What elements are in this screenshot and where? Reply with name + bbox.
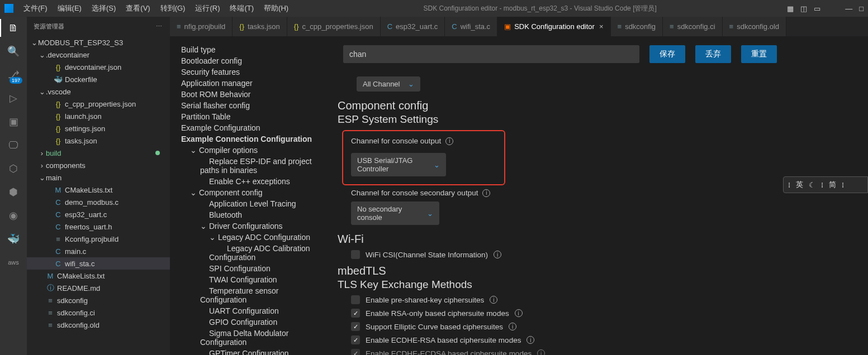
info-icon[interactable]: i <box>494 251 501 258</box>
tree-item-c-cpp-properties-json[interactable]: {}c_cpp_properties.json <box>27 98 170 110</box>
search-icon[interactable]: 🔍 <box>7 45 20 58</box>
layout-icon[interactable]: ▦ <box>787 4 794 13</box>
info-icon[interactable]: i <box>509 323 516 330</box>
menu-edit[interactable]: 编辑(E) <box>53 1 86 16</box>
outline-twai-configuration[interactable]: TWAI Configuration <box>176 274 326 285</box>
extensions-icon[interactable]: ▣ <box>7 115 20 128</box>
outline-sigma-delta-modulator-configuration[interactable]: Sigma Delta Modulator Configuration <box>176 328 326 348</box>
info-icon[interactable]: i <box>490 296 497 304</box>
checkbox-wifi-csi[interactable]: WiFi CSI(Channel State Information) i <box>351 250 857 259</box>
info-icon[interactable]: i <box>482 189 490 197</box>
tree-item-dockerfile[interactable]: 🐳Dockerfile <box>27 73 170 85</box>
ime-mode[interactable]: 简 <box>829 180 836 190</box>
outline-application-manager[interactable]: Application manager <box>176 78 326 89</box>
tab-sdkconfig-ci[interactable]: ≡sdkconfig.ci <box>663 17 723 36</box>
outline-boot-rom-behavior[interactable]: Boot ROM Behavior <box>176 89 326 100</box>
tab-wifi-sta-c[interactable]: Cwifi_sta.c <box>445 17 497 36</box>
tree-item-demo-modbus-c[interactable]: Cdemo_modbus.c <box>27 196 170 208</box>
tree-item-kconfig-projbuild[interactable]: ≡Kconfig.projbuild <box>27 233 170 245</box>
menu-help[interactable]: 帮助(H) <box>259 1 293 16</box>
explorer-icon[interactable]: 🗎 <box>7 21 20 35</box>
tree-item-tasks-json[interactable]: {}tasks.json <box>27 135 170 147</box>
outline-application-level-tracing[interactable]: Application Level Tracing <box>176 198 326 209</box>
tree-item-modbus-rt-esp32-s3[interactable]: ⌄MODBUS_RT_ESP32_S3 <box>27 36 170 49</box>
tree-item-settings-json[interactable]: {}settings.json <box>27 122 170 135</box>
checkbox-ecdhe-ecdsa[interactable]: Enable ECDHE-ECDSA based ciphersuite mod… <box>351 349 857 355</box>
checkbox-psk[interactable]: Enable pre-shared-key ciphersuites i <box>351 295 857 304</box>
tree-item--devcontainer[interactable]: ⌄.devcontainer <box>27 49 170 61</box>
info-icon[interactable]: i <box>527 336 534 344</box>
discard-button[interactable]: 丢弃 <box>695 45 731 63</box>
tree-item-cmakelists-txt[interactable]: MCMakeLists.txt <box>27 184 170 196</box>
tab-nfig-projbuild[interactable]: ≡nfig.projbuild <box>170 17 233 36</box>
ime-moon-icon[interactable]: ☾ <box>809 181 815 189</box>
select-console-output[interactable]: USB Serial/JTAG Controller⌄ <box>351 153 446 176</box>
outline-compiler-options[interactable]: ⌄Compiler options <box>176 145 326 156</box>
select-console-secondary[interactable]: No secondary console⌄ <box>351 202 439 225</box>
outline-bootloader-config[interactable]: Bootloader config <box>176 55 326 66</box>
source-control-icon[interactable]: ⎇197 <box>7 68 20 81</box>
tab-esp32-uart-c[interactable]: Cesp32_uart.c <box>381 17 445 36</box>
outline-enable-c---exceptions[interactable]: Enable C++ exceptions <box>176 176 326 187</box>
menu-file[interactable]: 文件(F) <box>19 1 52 16</box>
save-button[interactable]: 保存 <box>649 45 685 63</box>
outline-gptimer-configuration[interactable]: GPTimer Configuration <box>176 348 326 355</box>
search-input[interactable] <box>343 45 639 63</box>
docker-icon[interactable]: 🐳 <box>7 232 20 246</box>
outline-example-configuration[interactable]: Example Configuration <box>176 122 326 133</box>
tree-item-esp32-uart-c[interactable]: Cesp32_uart.c <box>27 208 170 220</box>
menu-view[interactable]: 查看(V) <box>121 1 154 16</box>
outline-partition-table[interactable]: Partition Table <box>176 111 326 122</box>
select-all-channel[interactable]: All Channel⌄ <box>357 76 420 92</box>
outline-replace-esp-idf-and-project-paths-in-binaries[interactable]: Replace ESP-IDF and project paths in bin… <box>176 156 326 176</box>
outline-legacy-adc-calibration-configuration[interactable]: Legacy ADC Calibration Configuration <box>176 243 326 263</box>
outline-gpio-configuration[interactable]: GPIO Configuration <box>176 316 326 328</box>
tab-sdkconfig[interactable]: ≡sdkconfig <box>611 17 663 36</box>
outline-security-features[interactable]: Security features <box>176 66 326 78</box>
outline-driver-configurations[interactable]: ⌄Driver Configurations <box>176 220 326 232</box>
tab-sdkconfig-old[interactable]: ≡sdkconfig.old <box>723 17 786 36</box>
tree-item-sdkconfig-old[interactable]: ≡sdkconfig.old <box>27 319 170 331</box>
tree-item-main-c[interactable]: Cmain.c <box>27 245 170 257</box>
tree-item-freertos-uart-h[interactable]: Cfreertos_uart.h <box>27 220 170 233</box>
ime-lang[interactable]: 英 <box>796 180 803 190</box>
aws-icon[interactable]: aws <box>7 256 20 269</box>
tree-item--vscode[interactable]: ⌄.vscode <box>27 85 170 98</box>
outline-component-config[interactable]: ⌄Component config <box>176 187 326 198</box>
minimize-icon[interactable]: — <box>845 4 852 13</box>
tree-item-build[interactable]: ›build <box>27 147 170 159</box>
tree-item-readme-md[interactable]: ⓘREADME.md <box>27 282 170 294</box>
tree-item-devcontainer-json[interactable]: {}devcontainer.json <box>27 61 170 73</box>
outline-bluetooth[interactable]: Bluetooth <box>176 209 326 220</box>
tab-c-cpp-properties-json[interactable]: {}c_cpp_properties.json <box>287 17 381 36</box>
remote-icon[interactable]: 🖵 <box>7 138 20 152</box>
info-icon[interactable]: i <box>537 349 545 355</box>
run-debug-icon[interactable]: ▷ <box>7 92 20 105</box>
esp-icon[interactable]: ⬡ <box>7 162 20 175</box>
menu-goto[interactable]: 转到(G) <box>156 1 190 16</box>
checkbox-ecdhe-rsa[interactable]: Enable ECDHE-RSA based ciphersuite modes… <box>351 335 857 344</box>
ime-bar[interactable]: ⁞ 英 ☾ ⁞ 简 ⁞ <box>783 176 868 193</box>
info-icon[interactable]: i <box>445 137 453 145</box>
outline-legacy-adc-configuration[interactable]: ⌄Legacy ADC Configuration <box>176 232 326 243</box>
tab-tasks-json[interactable]: {}tasks.json <box>233 17 287 36</box>
layout2-icon[interactable]: ◫ <box>800 4 807 13</box>
esp3-icon[interactable]: ◉ <box>7 209 20 222</box>
ime-drag-icon[interactable]: ⁞ <box>788 181 790 189</box>
outline-build-type[interactable]: Build type <box>176 44 326 55</box>
outline-uart-configuration[interactable]: UART Configuration <box>176 305 326 316</box>
tree-item-launch-json[interactable]: {}launch.json <box>27 110 170 122</box>
outline-serial-flasher-config[interactable]: Serial flasher config <box>176 100 326 111</box>
tree-item-cmakelists-txt[interactable]: MCMakeLists.txt <box>27 270 170 282</box>
outline-temperature-sensor-configuration[interactable]: Temperature sensor Configuration <box>176 285 326 305</box>
outline-spi-configuration[interactable]: SPI Configuration <box>176 263 326 274</box>
tree-item-sdkconfig-ci[interactable]: ≡sdkconfig.ci <box>27 306 170 319</box>
maximize-icon[interactable]: □ <box>859 4 864 13</box>
menu-terminal[interactable]: 终端(T) <box>225 1 258 16</box>
tab-sdk-configuration-editor[interactable]: ▣SDK Configuration editor× <box>497 17 610 36</box>
close-icon[interactable]: × <box>599 22 604 31</box>
tree-item-components[interactable]: ›components <box>27 159 170 171</box>
outline-example-connection-configuration[interactable]: Example Connection Configuration <box>176 133 326 145</box>
esp2-icon[interactable]: ⬢ <box>7 185 20 199</box>
tree-item-wifi-sta-c[interactable]: Cwifi_sta.c <box>27 257 170 270</box>
